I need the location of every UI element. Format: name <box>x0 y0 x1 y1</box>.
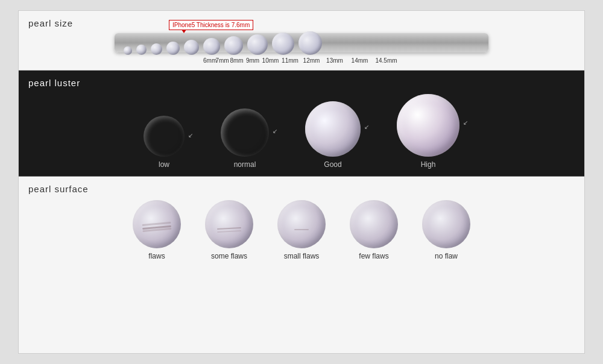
size-label-1: 7mm <box>215 57 229 64</box>
phone-container: IPhone5 Thickness is 7.6mm <box>115 33 488 52</box>
pearl-size-circle-7 <box>247 34 268 55</box>
surface-item-3: few flaws <box>350 200 398 260</box>
luster-arrow-1: ↙ <box>273 128 277 134</box>
surface-label-4: no flaw <box>435 252 458 260</box>
luster-arrow-3: ↙ <box>463 119 468 126</box>
luster-item-good: ↙Good <box>305 101 361 169</box>
pearl-size-circle-4 <box>184 40 199 55</box>
luster-pearl-2 <box>305 101 361 157</box>
pearl-size-circle-8 <box>272 33 294 55</box>
surface-label-0: flaws <box>148 252 165 260</box>
pearl-size-circle-3 <box>166 42 180 55</box>
pearl-size-circle-0 <box>124 46 132 55</box>
pearl-size-circle-2 <box>151 43 162 55</box>
luster-pearl-wrap-2: ↙ <box>305 101 361 157</box>
pearl-size-circle-1 <box>136 45 147 55</box>
size-label-4: 10mm <box>261 57 280 64</box>
surface-label-1: some flaws <box>211 252 247 260</box>
surface-items: flawssome flawssmall flawsfew flawsno fl… <box>28 200 575 260</box>
size-label-6: 12mm <box>300 57 323 64</box>
pearl-size-circle-5 <box>203 38 220 55</box>
luster-pearl-wrap-1: ↙ <box>221 108 269 157</box>
phone-bar: IPhone5 Thickness is 7.6mm <box>115 33 488 52</box>
pearls-row <box>121 31 327 55</box>
surface-item-2: small flaws <box>277 200 326 260</box>
size-label-0: 6mm <box>203 57 215 64</box>
luster-item-low: ↙low <box>144 116 185 169</box>
pearl-size-circle-6 <box>224 36 243 55</box>
section-pearl-luster: pearl luster ↙low↙normal↙Good↙High <box>19 71 584 177</box>
surface-item-0: flaws <box>133 200 181 260</box>
size-label-8: 14mm <box>347 57 373 64</box>
luster-item-high: ↙High <box>397 94 459 169</box>
main-container: pearl size IPhone5 Thickness is 7.6mm 6m… <box>18 10 585 354</box>
size-label-2: 8mm <box>229 57 244 64</box>
size-label-3: 9mm <box>244 57 261 64</box>
luster-pearl-0 <box>144 116 185 157</box>
pearl-size-circle-9 <box>298 31 322 55</box>
luster-arrow-0: ↙ <box>188 132 193 139</box>
size-label-9: 14.5mm <box>373 57 400 64</box>
luster-items: ↙low↙normal↙Good↙High <box>28 94 575 169</box>
luster-label-3: High <box>421 160 436 169</box>
size-visual: IPhone5 Thickness is 7.6mm 6mm7mm8mm9mm1… <box>28 33 575 64</box>
surface-item-1: some flaws <box>205 200 253 260</box>
surface-pearl-2 <box>277 200 326 248</box>
phone-label: IPhone5 Thickness is 7.6mm <box>169 20 253 30</box>
surface-item-4: no flaw <box>422 200 470 260</box>
surface-pearl-0 <box>133 200 181 248</box>
section-pearl-size: pearl size IPhone5 Thickness is 7.6mm 6m… <box>19 11 584 71</box>
surface-title: pearl surface <box>28 184 575 194</box>
luster-pearl-1 <box>221 108 269 157</box>
luster-label-2: Good <box>324 160 341 169</box>
luster-title: pearl luster <box>28 78 575 88</box>
surface-label-3: few flaws <box>359 252 388 260</box>
surface-pearl-3 <box>350 200 398 248</box>
luster-item-normal: ↙normal <box>221 108 269 169</box>
luster-label-0: low <box>159 160 169 169</box>
luster-pearl-wrap-0: ↙ <box>144 116 185 157</box>
size-title: pearl size <box>28 18 575 28</box>
luster-pearl-wrap-3: ↙ <box>397 94 459 157</box>
luster-arrow-2: ↙ <box>364 124 369 130</box>
luster-pearl-3 <box>397 94 459 157</box>
size-label-7: 13mm <box>323 57 347 64</box>
section-pearl-surface: pearl surface flawssome flawssmall flaws… <box>19 177 584 353</box>
surface-pearl-4 <box>422 200 470 248</box>
surface-label-2: small flaws <box>284 252 320 260</box>
sizes-labels: 6mm7mm8mm9mm10mm11mm12mm13mm14mm14.5mm <box>202 57 401 64</box>
surface-pearl-1 <box>205 200 253 248</box>
luster-label-1: normal <box>234 160 256 169</box>
size-label-5: 11mm <box>280 57 300 64</box>
